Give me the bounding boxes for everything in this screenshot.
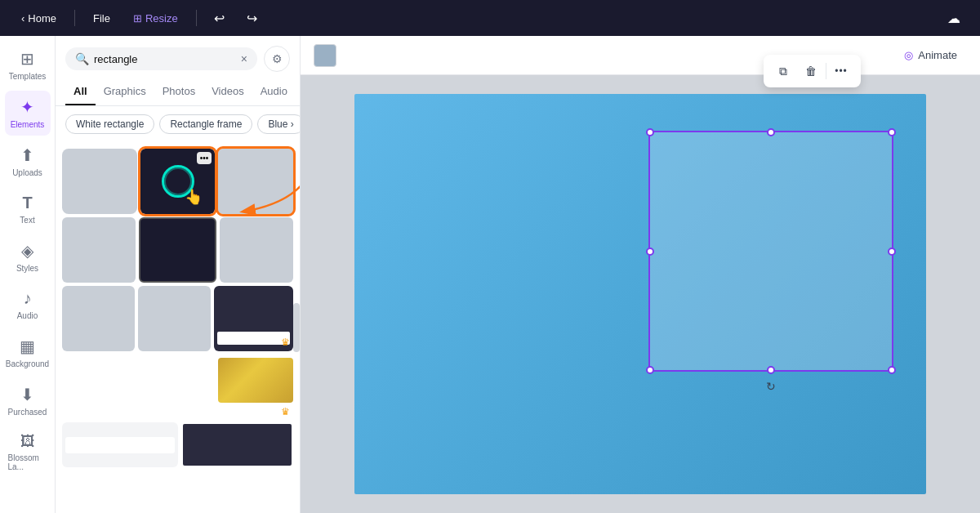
chip-rectangle-frame[interactable]: Rectangle frame	[159, 114, 252, 134]
animate-button[interactable]: ◎ Animate	[894, 44, 967, 66]
scroll-indicator[interactable]	[293, 303, 300, 352]
file-button[interactable]: File	[85, 9, 118, 28]
blue-canvas[interactable]: ⧉ 🗑 •••	[354, 94, 926, 494]
grid-cell-2-3[interactable]	[220, 217, 293, 283]
redo-button[interactable]: ↪	[239, 5, 265, 31]
grid-cell-4-3[interactable]	[218, 358, 293, 403]
home-label: Home	[28, 12, 56, 25]
tab-photos[interactable]: Photos	[154, 78, 203, 105]
sidebar-icons: ⊞ Templates ✦ Elements ⬆ Uploads T Text …	[0, 36, 56, 513]
resize-icon: ⊞	[133, 12, 142, 25]
tab-videos[interactable]: Videos	[203, 78, 252, 105]
sidebar-item-purchased[interactable]: ⬇ Purchased	[5, 378, 51, 423]
color-swatch[interactable]	[314, 44, 336, 67]
sidebar-item-text[interactable]: T Text	[5, 187, 51, 231]
grid-row-2	[62, 217, 293, 283]
redo-icon: ↪	[247, 11, 257, 26]
canvas-content: ⧉ 🗑 •••	[301, 75, 980, 513]
grid-results: ••• 👆	[56, 142, 300, 513]
copy-button[interactable]: ⧉	[770, 58, 796, 84]
search-bar: 🔍 × ⚙	[56, 36, 300, 78]
grid-cell-1-2[interactable]: ••• 👆	[140, 149, 216, 214]
grid-cell-3-3[interactable]: ♛	[214, 286, 293, 351]
chip-blue[interactable]: Blue ›	[257, 114, 300, 134]
grid-row-4	[62, 358, 293, 403]
handle-top-center[interactable]	[767, 128, 775, 136]
audio-icon: ♪	[24, 289, 32, 308]
topbar-divider-2	[196, 10, 197, 26]
tab-audio[interactable]: Audio	[252, 78, 296, 105]
canvas-area: ◎ Animate ⧉ 🗑 •••	[301, 36, 980, 513]
thin-bar	[65, 437, 175, 453]
handle-top-right[interactable]	[888, 128, 896, 136]
sidebar-item-uploads[interactable]: ⬆ Uploads	[5, 139, 51, 184]
cloud-icon: ☁	[947, 11, 960, 26]
grid-cell-4-2[interactable]	[140, 358, 216, 403]
handle-bottom-left[interactable]	[646, 366, 654, 374]
filter-tabs: All Graphics Photos Videos Audio	[56, 78, 300, 106]
chip-white-rectangle[interactable]: White rectangle	[65, 114, 154, 134]
topbar-divider-1	[74, 10, 75, 26]
animate-label: Animate	[918, 49, 957, 61]
delete-button[interactable]: 🗑	[798, 58, 824, 84]
chips-row: White rectangle Rectangle frame Blue ›	[56, 106, 300, 142]
back-home-button[interactable]: ‹ Home	[13, 9, 65, 28]
filter-button[interactable]: ⚙	[264, 46, 290, 72]
grid-row-1: ••• 👆	[62, 149, 293, 214]
search-panel: 🔍 × ⚙ All Graphics Photos Videos A	[56, 36, 301, 513]
more-button[interactable]: •••	[828, 58, 854, 84]
grid-cell-3-2[interactable]	[138, 286, 211, 351]
grid-cell-2-1[interactable]	[62, 217, 136, 283]
uploads-icon: ⬆	[20, 145, 34, 165]
search-icon: 🔍	[75, 52, 89, 65]
sidebar-item-audio[interactable]: ♪ Audio	[5, 283, 51, 327]
search-clear-button[interactable]: ×	[241, 52, 247, 65]
selected-rectangle[interactable]: ↻	[648, 131, 893, 372]
search-input[interactable]	[94, 53, 236, 65]
toolbar-divider	[826, 63, 826, 79]
grid-cell-5-1[interactable]	[62, 422, 178, 467]
sidebar-text-label: Text	[20, 216, 34, 225]
sidebar-item-elements[interactable]: ✦ Elements	[5, 91, 51, 136]
floating-toolbar: ⧉ 🗑 •••	[764, 55, 861, 87]
grid-cell-4-1[interactable]	[62, 358, 137, 403]
tab-all[interactable]: All	[65, 78, 96, 105]
background-icon: ▦	[20, 337, 35, 356]
styles-icon: ◈	[21, 241, 33, 261]
handle-middle-left[interactable]	[646, 248, 654, 256]
sidebar-item-templates[interactable]: ⊞ Templates	[5, 42, 51, 87]
sidebar-item-styles[interactable]: ◈ Styles	[5, 234, 51, 279]
undo-icon: ↩	[214, 11, 225, 26]
grid-cell-3-1[interactable]	[62, 286, 135, 351]
blossom-icon: 🖼	[20, 433, 35, 450]
cell-more-button[interactable]: •••	[197, 152, 212, 164]
more-icon: •••	[835, 65, 848, 77]
sidebar-item-background[interactable]: ▦ Background	[5, 330, 51, 375]
rotate-handle[interactable]: ↻	[763, 378, 779, 395]
main-layout: ⊞ Templates ✦ Elements ⬆ Uploads T Text …	[0, 36, 980, 513]
sidebar-audio-label: Audio	[17, 311, 38, 320]
topbar: ‹ Home File ⊞ Resize ↩ ↪ ☁	[0, 0, 980, 36]
sidebar-uploads-label: Uploads	[12, 168, 42, 177]
grid-cell-5-2[interactable]	[181, 422, 294, 467]
copy-icon: ⧉	[779, 65, 787, 78]
sidebar-blossom-label: Blossom La...	[8, 453, 47, 471]
handle-bottom-right[interactable]	[888, 366, 896, 374]
grid-cell-2-2[interactable]	[139, 217, 216, 283]
handle-bottom-center[interactable]	[767, 366, 775, 374]
grid-cell-1-1[interactable]	[62, 149, 137, 214]
text-icon: T	[22, 194, 32, 212]
crown-badge: ♛	[281, 337, 290, 348]
sidebar-item-blossom[interactable]: 🖼 Blossom La...	[5, 426, 51, 478]
file-label: File	[93, 12, 110, 25]
handle-middle-right[interactable]	[888, 248, 896, 256]
handle-top-left[interactable]	[646, 128, 654, 136]
search-input-wrap: 🔍 ×	[65, 47, 257, 70]
grid-cell-1-3[interactable]	[218, 149, 293, 214]
filter-icon: ⚙	[272, 52, 283, 65]
cloud-button[interactable]: ☁	[941, 5, 967, 31]
sidebar-templates-label: Templates	[9, 72, 47, 81]
tab-graphics[interactable]: Graphics	[96, 78, 154, 105]
resize-button[interactable]: ⊞ Resize	[125, 9, 186, 28]
undo-button[interactable]: ↩	[207, 5, 233, 31]
